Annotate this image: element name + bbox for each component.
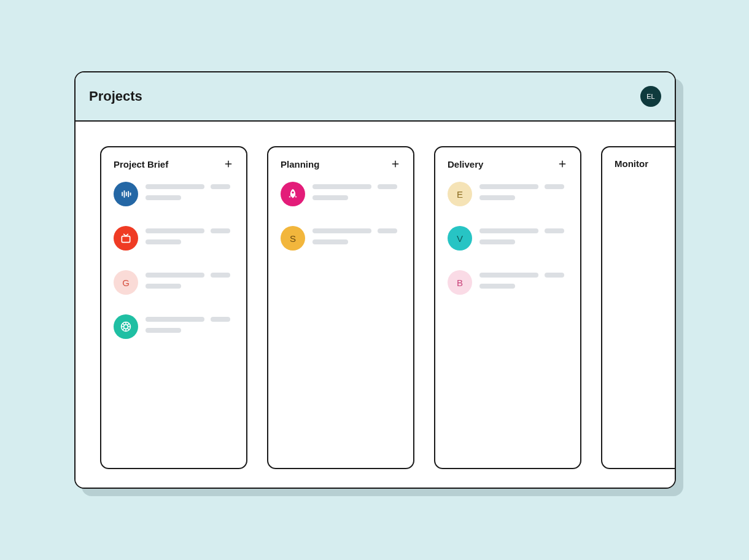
card-text-placeholder: [479, 270, 568, 289]
column-title: Delivery: [448, 159, 483, 169]
card[interactable]: [114, 226, 234, 251]
card[interactable]: [114, 314, 234, 339]
card[interactable]: [114, 182, 234, 206]
card-text-placeholder: [479, 182, 568, 200]
column-title: Project Brief: [114, 159, 168, 169]
svg-line-14: [123, 324, 125, 325]
card-list: EVB: [448, 182, 568, 295]
svg-point-9: [124, 325, 128, 329]
svg-line-16: [128, 324, 130, 325]
card[interactable]: B: [448, 270, 568, 295]
aperture-icon: [114, 314, 138, 339]
page-title: Projects: [89, 88, 142, 104]
user-avatar[interactable]: EL: [640, 86, 661, 107]
board-column: Project Brief G: [100, 146, 247, 469]
card-text-placeholder: [146, 314, 234, 333]
app-window: Projects EL Project Brief G Planning: [74, 71, 676, 489]
audio-bars-icon: [114, 182, 138, 206]
card[interactable]: G: [114, 270, 234, 295]
titlebar: Projects EL: [76, 72, 675, 122]
add-card-button[interactable]: [223, 158, 234, 169]
card-badge-letter: V: [448, 226, 472, 251]
card-badge-letter: S: [281, 226, 305, 251]
card-badge-letter: G: [114, 270, 138, 295]
column-title: Monitor: [615, 158, 648, 169]
card[interactable]: [281, 182, 401, 206]
card-text-placeholder: [312, 226, 401, 244]
card[interactable]: S: [281, 226, 401, 251]
card-list: G: [114, 182, 234, 339]
column-header: Delivery: [448, 158, 568, 169]
svg-line-15: [128, 329, 130, 330]
svg-line-17: [123, 329, 125, 330]
board-column: Planning S: [267, 146, 414, 469]
rocket-icon: [281, 182, 305, 206]
add-card-button[interactable]: [557, 158, 568, 169]
card-text-placeholder: [479, 226, 568, 244]
plus-icon: [391, 160, 400, 168]
tv-icon: [114, 226, 138, 251]
plus-icon: [558, 160, 567, 168]
board-area: Project Brief G Planning SD: [76, 122, 675, 488]
plus-icon: [224, 160, 233, 168]
card-badge-letter: E: [448, 182, 472, 206]
card-text-placeholder: [146, 182, 234, 200]
column-title: Planning: [281, 159, 319, 169]
card-text-placeholder: [146, 270, 234, 289]
add-card-button[interactable]: [390, 158, 401, 169]
card-text-placeholder: [312, 182, 401, 200]
card-text-placeholder: [146, 226, 234, 244]
column-header: Planning: [281, 158, 401, 169]
svg-rect-7: [122, 236, 130, 243]
card[interactable]: E: [448, 182, 568, 206]
column-header: Project Brief: [114, 158, 234, 169]
card-badge-letter: B: [448, 270, 472, 295]
card-list: S: [281, 182, 401, 251]
board-column: Delivery EVB: [434, 146, 581, 469]
column-header: Monitor: [615, 158, 675, 169]
svg-point-20: [292, 192, 293, 193]
board-column: Monitor: [601, 146, 675, 469]
card[interactable]: V: [448, 226, 568, 251]
